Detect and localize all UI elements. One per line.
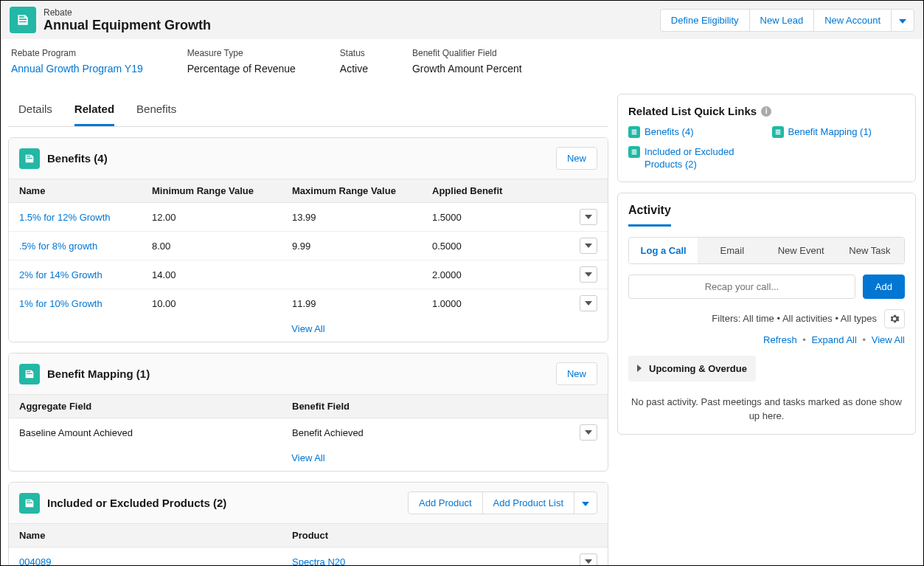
new-account-button[interactable]: New Account <box>813 9 892 32</box>
activity-view-all-link[interactable]: View All <box>872 334 905 345</box>
activity-tab-email[interactable]: Email <box>698 238 766 263</box>
row-menu-button[interactable] <box>580 238 597 254</box>
tab-benefits[interactable]: Benefits <box>136 94 176 126</box>
benefit-mapping-new-button[interactable]: New <box>556 362 597 385</box>
col-applied: Applied Benefit <box>422 179 569 203</box>
field-value-status: Active <box>340 63 368 75</box>
benefits-icon <box>19 148 40 169</box>
field-label-rebate-program: Rebate Program <box>11 48 143 58</box>
cell-min: 12.00 <box>142 203 282 232</box>
benefits-title: Benefits (4) <box>47 152 556 165</box>
cell-applied: 0.5000 <box>422 232 569 260</box>
cell-min: 14.00 <box>142 260 282 289</box>
col-benefit-field: Benefit Field <box>282 395 569 418</box>
field-value-benefit-qualifier: Growth Amount Percent <box>412 63 522 75</box>
field-value-measure-type: Percentage of Revenue <box>187 63 296 75</box>
chevron-down-icon <box>585 244 592 248</box>
products-icon <box>19 493 40 514</box>
row-menu-button[interactable] <box>580 295 597 311</box>
chevron-down-icon <box>585 559 592 564</box>
activity-filters-text: Filters: All time • All activities • All… <box>712 313 877 324</box>
chevron-down-icon <box>585 272 592 277</box>
benefit-link[interactable]: 2% for 14% Growth <box>19 269 103 280</box>
activity-expand-all-link[interactable]: Expand All <box>811 334 856 345</box>
benefit-mapping-title: Benefit Mapping (1) <box>47 367 556 380</box>
new-lead-button[interactable]: New Lead <box>749 9 815 32</box>
cell-benefit: Benefit Achieved <box>282 418 569 447</box>
highlights-panel: Rebate Program Annual Growth Program Y19… <box>1 39 923 88</box>
table-row: .5% for 8% growth 8.00 9.99 0.5000 <box>9 232 608 260</box>
quick-links-title: Related List Quick Links <box>628 105 757 117</box>
cell-applied: 2.0000 <box>422 260 569 289</box>
benefit-mapping-card: Benefit Mapping (1) New Aggregate Field … <box>8 353 608 472</box>
chevron-down-icon <box>585 215 592 219</box>
benefit-link[interactable]: 1.5% for 12% Growth <box>19 212 111 223</box>
gear-icon <box>889 314 900 324</box>
cell-applied: 1.0000 <box>422 289 569 318</box>
benefits-view-all-link[interactable]: View All <box>291 323 324 334</box>
quick-links-panel: Related List Quick Links i Benefits (4) … <box>617 94 916 182</box>
benefits-new-button[interactable]: New <box>556 147 597 170</box>
tab-details[interactable]: Details <box>18 94 52 126</box>
chevron-down-icon <box>585 301 592 306</box>
define-eligibility-button[interactable]: Define Eligibility <box>660 9 750 32</box>
cell-max: 13.99 <box>282 203 422 232</box>
add-activity-button[interactable]: Add <box>863 275 905 299</box>
cell-aggregate: Baseline Amount Achieved <box>9 418 282 447</box>
record-type-icon <box>10 7 36 33</box>
add-product-button[interactable]: Add Product <box>408 491 483 514</box>
field-label-benefit-qualifier: Benefit Qualifier Field <box>412 48 522 58</box>
benefit-link[interactable]: .5% for 8% growth <box>19 241 97 252</box>
product-link[interactable]: Spectra N20 <box>292 556 345 567</box>
quicklink-benefit-mapping[interactable]: Benefit Mapping (1) <box>788 126 872 139</box>
call-recap-input[interactable] <box>628 275 855 299</box>
list-icon <box>628 146 640 158</box>
cell-max: 9.99 <box>282 232 422 260</box>
quicklink-products[interactable]: Included or Excluded Products (2) <box>645 146 762 171</box>
cell-min: 8.00 <box>142 232 282 260</box>
chevron-right-icon <box>637 365 642 372</box>
products-card: Included or Excluded Products (2) Add Pr… <box>8 482 608 566</box>
field-label-measure-type: Measure Type <box>187 48 296 58</box>
chevron-down-icon <box>899 19 906 24</box>
list-icon <box>772 126 784 138</box>
field-label-status: Status <box>340 48 368 58</box>
quicklink-benefits[interactable]: Benefits (4) <box>645 126 693 139</box>
col-max: Maximum Range Value <box>282 179 422 203</box>
rebate-program-link[interactable]: Annual Growth Program Y19 <box>11 63 143 75</box>
table-row: 1% for 10% Growth 10.00 11.99 1.0000 <box>9 289 608 318</box>
activity-tab-new-task[interactable]: New Task <box>836 238 904 263</box>
add-product-list-button[interactable]: Add Product List <box>482 491 574 514</box>
cell-max: 11.99 <box>282 289 422 318</box>
info-icon[interactable]: i <box>761 106 771 117</box>
row-menu-button[interactable] <box>580 266 597 283</box>
cell-max <box>282 260 422 289</box>
record-tabs: Details Related Benefits <box>8 94 608 127</box>
list-icon <box>628 126 640 138</box>
header-more-actions-button[interactable] <box>891 9 914 32</box>
table-row: 1.5% for 12% Growth 12.00 13.99 1.5000 <box>9 203 608 232</box>
row-menu-button[interactable] <box>580 553 597 566</box>
benefit-link[interactable]: 1% for 10% Growth <box>19 298 103 309</box>
products-title: Included or Excluded Products (2) <box>47 497 408 509</box>
upcoming-label: Upcoming & Overdue <box>649 363 747 374</box>
activity-tab-new-event[interactable]: New Event <box>767 238 836 263</box>
benefits-card: Benefits (4) New Name Minimum Range Valu… <box>8 137 608 342</box>
col-min: Minimum Range Value <box>142 179 282 203</box>
row-menu-button[interactable] <box>580 209 597 225</box>
activity-panel: Activity Log a Call Email New Event New … <box>617 193 916 435</box>
upcoming-overdue-toggle[interactable]: Upcoming & Overdue <box>628 356 756 382</box>
tab-related[interactable]: Related <box>74 94 114 126</box>
product-name-link[interactable]: 004089 <box>19 556 51 567</box>
products-more-actions-button[interactable] <box>574 491 597 514</box>
chevron-down-icon <box>585 430 592 435</box>
activity-tab-log-call[interactable]: Log a Call <box>629 238 698 263</box>
cell-applied: 1.5000 <box>422 203 569 232</box>
chevron-down-icon <box>582 502 589 506</box>
benefit-mapping-view-all-link[interactable]: View All <box>291 452 324 463</box>
activity-settings-button[interactable] <box>884 309 905 328</box>
record-name: Annual Equipment Growth <box>44 18 211 33</box>
activity-title: Activity <box>628 204 671 227</box>
row-menu-button[interactable] <box>580 424 597 441</box>
activity-refresh-link[interactable]: Refresh <box>763 334 797 345</box>
